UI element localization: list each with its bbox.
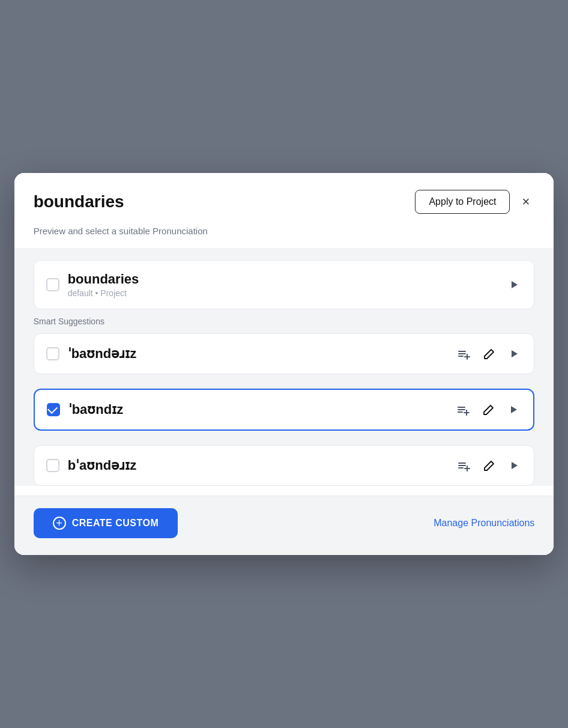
current-pronunciation-content: boundaries default • Project [68, 271, 498, 298]
smart-suggestions-label: Smart Suggestions [34, 317, 535, 326]
suggestion-3-checkbox[interactable] [46, 459, 59, 472]
edit-icon [483, 404, 495, 416]
suggestion-1-edit-button[interactable] [481, 345, 498, 362]
plus-circle-icon: + [53, 517, 66, 530]
svg-marker-18 [512, 462, 518, 469]
suggestion-2-edit-button[interactable] [480, 401, 497, 418]
suggestion-2-actions [454, 401, 521, 419]
suggestion-1-add-to-list-button[interactable] [455, 345, 473, 363]
suggestion-1-content: ˈbaʊndəɹɪz [68, 346, 447, 362]
modal-header: boundaries Apply to Project × [14, 173, 554, 226]
modal-footer: + CREATE CUSTOM Manage Pronunciations [14, 496, 554, 555]
suggestion-1-play-button[interactable] [506, 346, 522, 362]
suggestion-2-play-button[interactable] [506, 402, 521, 417]
edit-icon [483, 460, 495, 472]
edit-icon [483, 348, 495, 360]
suggestion-1-actions [455, 345, 522, 363]
svg-marker-6 [512, 350, 518, 357]
close-icon: × [522, 194, 530, 209]
add-to-list-icon [456, 403, 470, 416]
create-custom-button[interactable]: + CREATE CUSTOM [34, 508, 178, 538]
play-icon [509, 348, 519, 359]
play-icon [508, 404, 519, 415]
manage-pronunciations-button[interactable]: Manage Pronunciations [434, 518, 534, 529]
current-pronunciation-card: boundaries default • Project [34, 260, 535, 309]
add-to-list-icon [457, 459, 470, 472]
suggestion-1-checkbox[interactable] [46, 347, 59, 360]
header-actions: Apply to Project × [415, 190, 534, 214]
current-pronunciation-checkbox[interactable] [46, 278, 59, 291]
close-button[interactable]: × [517, 193, 534, 211]
modal-subtitle: Preview and select a suitable Pronunciat… [14, 226, 554, 248]
add-to-list-icon [457, 347, 470, 360]
create-custom-label: CREATE CUSTOM [72, 518, 159, 529]
current-word-title: boundaries [68, 271, 498, 287]
svg-marker-0 [512, 281, 518, 288]
modal-title: boundaries [34, 192, 124, 211]
suggestion-3-actions [455, 457, 522, 475]
suggestion-card-2: ˈbaʊndɪz [34, 389, 535, 431]
svg-marker-12 [511, 406, 517, 413]
suggestion-2-ipa: ˈbaʊndɪz [68, 402, 446, 417]
suggestion-card-1: ˈbaʊndəɹɪz [34, 333, 535, 374]
suggestion-1-ipa: ˈbaʊndəɹɪz [68, 346, 447, 362]
suggestion-3-add-to-list-button[interactable] [455, 457, 473, 475]
play-icon [509, 279, 519, 290]
current-word-meta: default • Project [68, 288, 498, 298]
suggestion-2-checkbox[interactable] [47, 403, 60, 416]
suggestion-2-content: ˈbaʊndɪz [68, 402, 446, 417]
suggestion-3-edit-button[interactable] [481, 457, 498, 474]
suggestion-3-content: bˈaʊndəɹɪz [68, 458, 447, 473]
suggestion-3-ipa: bˈaʊndəɹɪz [68, 458, 447, 473]
play-icon [509, 460, 519, 471]
current-play-button[interactable] [506, 277, 522, 293]
modal-body: boundaries default • Project Smart Sugge… [14, 248, 554, 486]
pronunciation-modal: boundaries Apply to Project × Preview an… [14, 173, 554, 555]
suggestion-3-play-button[interactable] [506, 458, 522, 473]
apply-to-project-button[interactable]: Apply to Project [415, 190, 510, 214]
suggestion-card-3: bˈaʊndəɹɪz [34, 445, 535, 486]
suggestion-2-add-to-list-button[interactable] [454, 401, 472, 419]
